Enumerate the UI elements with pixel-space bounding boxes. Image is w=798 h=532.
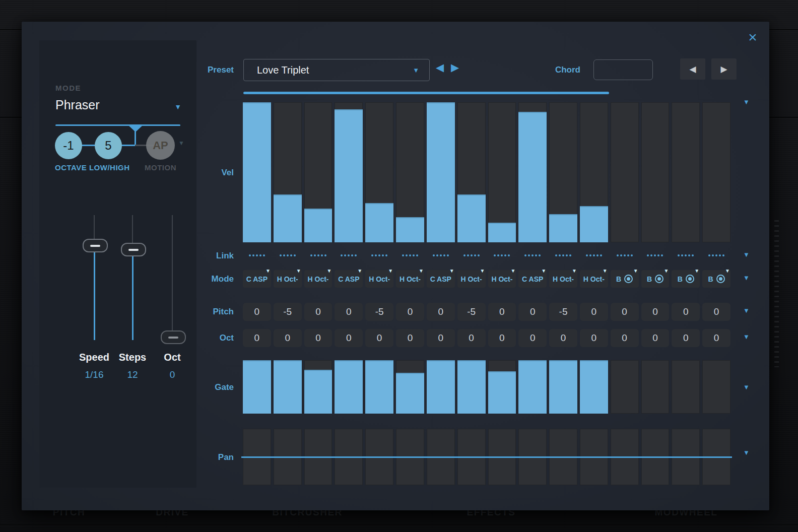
vel-step-cell[interactable] [702,102,730,242]
close-icon[interactable]: × [744,29,761,46]
link-step[interactable] [457,251,486,259]
pan-row-caret-icon[interactable]: ▼ [743,449,750,456]
mode-step-button[interactable]: B▼ [611,270,639,288]
gate-row-caret-icon[interactable]: ▼ [743,383,750,391]
gate-step-cell[interactable] [335,360,363,414]
pitch-step-value[interactable]: 0 [396,303,424,321]
gate-step-cell[interactable] [580,360,608,414]
pan-step-cell[interactable] [641,429,670,485]
mode-step-button[interactable]: C ASP▼ [427,270,455,288]
pan-step-cell[interactable] [335,429,363,485]
oct-row-caret-icon[interactable]: ▼ [743,333,750,341]
mode-step-button[interactable]: H Oct-▼ [274,270,302,288]
mode-step-button[interactable]: C ASP▼ [518,270,547,288]
oct-step-value[interactable]: 0 [702,329,730,347]
mode-step-button[interactable]: H Oct-▼ [365,270,393,288]
speed-slider-handle[interactable] [83,239,108,252]
gate-step-cell[interactable] [672,360,700,414]
preset-prev-icon[interactable]: ◀ [436,61,444,74]
vel-step-cell[interactable] [672,102,700,242]
mode-step-button[interactable]: H Oct-▼ [488,270,516,288]
octave-low-knob[interactable]: -1 [55,132,82,159]
pitch-step-value[interactable]: -5 [457,303,486,321]
oct-step-value[interactable]: 0 [427,329,455,347]
gate-step-cell[interactable] [549,360,577,414]
pan-step-cell[interactable] [549,429,577,485]
gate-step-cell[interactable] [488,360,516,414]
oct-step-value[interactable]: 0 [518,329,547,347]
pan-step-cell[interactable] [611,429,639,485]
oct-step-value[interactable]: 0 [488,329,516,347]
link-step[interactable] [335,251,363,259]
link-step[interactable] [243,251,271,259]
mode-step-button[interactable]: B▼ [702,270,730,288]
motion-caret-icon[interactable]: ▼ [178,140,184,147]
oct-step-value[interactable]: 0 [243,329,271,347]
gate-step-cell[interactable] [702,360,730,414]
vel-step-cell[interactable] [518,102,547,242]
pan-step-cell[interactable] [580,429,608,485]
link-step[interactable] [672,251,700,259]
vel-step-cell[interactable] [274,102,302,242]
link-step[interactable] [518,251,547,259]
pitch-step-value[interactable]: -5 [365,303,393,321]
pan-step-cell[interactable] [672,429,700,485]
gate-step-cell[interactable] [457,360,486,414]
gate-step-cell[interactable] [427,360,455,414]
mode-step-button[interactable]: C ASP▼ [335,270,363,288]
pitch-step-value[interactable]: -5 [274,303,302,321]
link-step[interactable] [641,251,670,259]
oct-step-value[interactable]: 0 [274,329,302,347]
pitch-step-value[interactable]: 0 [243,303,271,321]
oct-step-value[interactable]: 0 [304,329,332,347]
steps-slider-handle[interactable] [121,243,146,256]
gate-step-cell[interactable] [641,360,670,414]
pan-step-cell[interactable] [396,429,424,485]
oct-step-value[interactable]: 0 [580,329,608,347]
pitch-step-value[interactable]: 0 [427,303,455,321]
vel-step-cell[interactable] [488,102,516,242]
pan-step-cell[interactable] [274,429,302,485]
chord-input[interactable] [593,59,653,80]
motion-knob[interactable]: AP [146,131,175,160]
mode-step-button[interactable]: H Oct-▼ [457,270,486,288]
oct-step-value[interactable]: 0 [396,329,424,347]
pitch-step-value[interactable]: 0 [488,303,516,321]
vel-step-cell[interactable] [641,102,670,242]
link-step[interactable] [304,251,332,259]
mode-step-button[interactable]: B▼ [672,270,700,288]
gate-step-cell[interactable] [243,360,271,414]
link-step[interactable] [274,251,302,259]
pan-step-cell[interactable] [518,429,547,485]
oct-step-value[interactable]: 0 [641,329,670,347]
mode-step-button[interactable]: C ASP▼ [243,270,271,288]
oct-step-value[interactable]: 0 [335,329,363,347]
pan-step-cell[interactable] [243,429,271,485]
pitch-step-value[interactable]: 0 [672,303,700,321]
octave-high-knob[interactable]: 5 [95,132,122,159]
link-step[interactable] [549,251,577,259]
gate-step-cell[interactable] [274,360,302,414]
vel-step-cell[interactable] [427,102,455,242]
oct-step-value[interactable]: 0 [611,329,639,347]
vel-row-caret-icon[interactable]: ▼ [743,98,750,106]
vel-step-cell[interactable] [335,102,363,242]
pitch-step-value[interactable]: 0 [580,303,608,321]
pan-step-cell[interactable] [427,429,455,485]
mode-step-button[interactable]: H Oct-▼ [549,270,577,288]
link-step[interactable] [488,251,516,259]
gate-step-cell[interactable] [396,360,424,414]
vel-step-cell[interactable] [365,102,393,242]
oct-step-value[interactable]: 0 [457,329,486,347]
mode-row-caret-icon[interactable]: ▼ [743,274,750,282]
pan-step-cell[interactable] [365,429,393,485]
vel-step-cell[interactable] [549,102,577,242]
next-button[interactable]: ▶ [711,58,737,80]
pitch-step-value[interactable]: 0 [611,303,639,321]
pan-step-cell[interactable] [488,429,516,485]
mode-dropdown[interactable]: Phraser ▼ [55,98,181,116]
preset-dropdown[interactable]: Love Triplet ▼ [243,59,430,81]
mode-step-button[interactable]: H Oct-▼ [580,270,608,288]
pitch-step-value[interactable]: -5 [549,303,577,321]
vel-step-cell[interactable] [396,102,424,242]
